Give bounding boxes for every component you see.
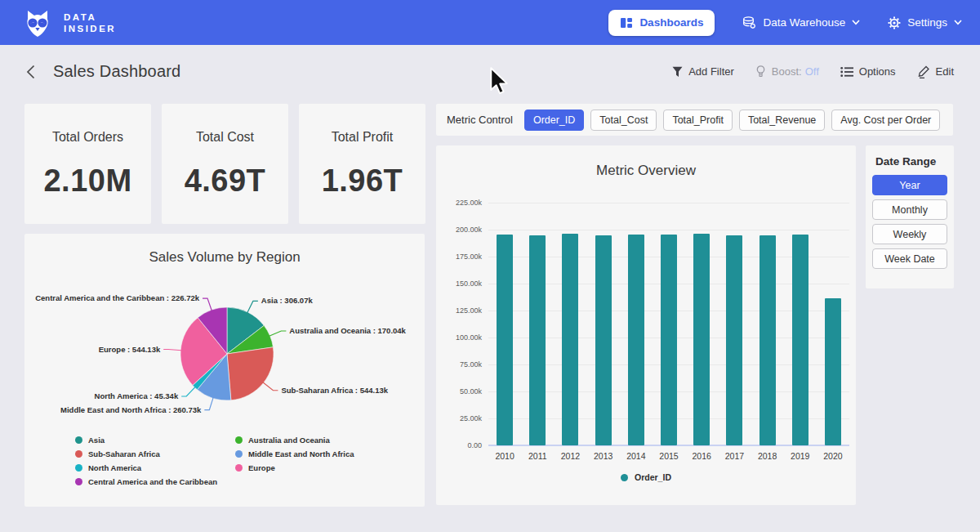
- metric-options: Order_IDTotal_CostTotal_ProfitTotal_Reve…: [524, 110, 940, 131]
- brand-line2: INSIDER: [64, 23, 116, 34]
- x-tick-label: 2017: [718, 451, 751, 461]
- bar-chart-plot: 0.0025.00k50.00k75.00k100.00k125.00k150.…: [488, 203, 849, 445]
- boost-label: Boost:: [772, 65, 802, 78]
- date-range-option-year[interactable]: Year: [872, 175, 947, 195]
- boost-toggle[interactable]: Boost: Off: [755, 65, 819, 78]
- brand-text: DATA INSIDER: [64, 11, 116, 34]
- y-tick-label: 0.00: [439, 441, 482, 449]
- filter-funnel-icon: [672, 66, 683, 78]
- legend-label: Central America and the Caribbean: [88, 477, 217, 486]
- options-label: Options: [859, 65, 896, 78]
- legend-item: Middle East and North Africa: [235, 449, 354, 459]
- top-navbar: DATA INSIDER Dashboards Data Warehouse: [0, 0, 980, 45]
- date-range-option-weekly[interactable]: Weekly: [872, 224, 947, 244]
- pie-label-line: [263, 382, 278, 391]
- nav-settings[interactable]: Settings: [888, 16, 962, 29]
- pie-slice-sub-saharan-africa[interactable]: [227, 347, 274, 400]
- x-tick-label: 2012: [554, 451, 586, 461]
- bar-2017[interactable]: [726, 235, 742, 445]
- nav-data-warehouse-label: Data Warehouse: [763, 16, 845, 29]
- bar-chart-card: Metric Overview 0.0025.00k50.00k75.00k10…: [436, 145, 856, 505]
- edit-button[interactable]: Edit: [917, 65, 954, 78]
- kpi-value: 2.10M: [24, 163, 151, 199]
- y-tick-label: 125.00k: [439, 306, 482, 315]
- legend-dot: [75, 450, 82, 458]
- metric-option-total-cost[interactable]: Total_Cost: [590, 110, 657, 131]
- pie-legend-column: Australia and OceaniaMiddle East and Nor…: [235, 435, 354, 487]
- pie-slice-label: Central America and the Caribbean : 226.…: [35, 293, 200, 302]
- legend-label: Sub-Saharan Africa: [88, 449, 160, 458]
- nav-dashboards-label: Dashboards: [639, 16, 703, 29]
- legend-item: Sub-Saharan Africa: [75, 449, 235, 459]
- metric-option-avg-cost-per-order[interactable]: Avg. Cost per Order: [831, 110, 940, 131]
- y-tick-label: 25.00k: [439, 414, 482, 422]
- pie-slice-label: Sub-Saharan Africa : 544.13k: [281, 386, 388, 395]
- bar-2020[interactable]: [825, 298, 841, 445]
- date-range-option-monthly[interactable]: Monthly: [872, 199, 947, 220]
- add-filter-button[interactable]: Add Filter: [672, 65, 734, 78]
- bar-2018[interactable]: [760, 235, 776, 445]
- chevron-down-icon: [954, 20, 962, 25]
- y-tick-label: 50.00k: [439, 387, 482, 396]
- boost-balloon-icon: [755, 65, 766, 78]
- pie-label-line: [247, 301, 258, 312]
- pie-label-line: [203, 298, 212, 311]
- kpi-value: 4.69T: [162, 163, 288, 199]
- legend-dot: [75, 464, 82, 472]
- database-icon: [742, 16, 756, 29]
- pie-slice-label: North America : 45.34k: [95, 391, 179, 400]
- metric-control-strip: Metric Control Order_IDTotal_CostTotal_P…: [436, 104, 953, 136]
- pie-slice-label: Middle East and North Africa : 260.73k: [60, 405, 202, 414]
- pie-label-line: [181, 387, 195, 396]
- nav-actions: Dashboards Data Warehouse: [608, 10, 962, 36]
- pie-label-line: [204, 397, 213, 409]
- y-tick-label: 100.00k: [439, 333, 482, 342]
- legend-label: Australia and Oceania: [248, 436, 330, 445]
- legend-dot: [75, 436, 82, 444]
- metric-option-total-profit[interactable]: Total_Profit: [663, 110, 733, 131]
- options-button[interactable]: Options: [840, 65, 896, 78]
- metric-option-order-id[interactable]: Order_ID: [524, 110, 584, 131]
- bar-2019[interactable]: [792, 235, 808, 445]
- kpi-card-total-orders: Total Orders 2.10M: [24, 104, 151, 224]
- page-header: Sales Dashboard Add Filter Boost: Off Op: [0, 45, 980, 98]
- x-tick-label: 2018: [751, 451, 784, 461]
- nav-data-warehouse[interactable]: Data Warehouse: [742, 16, 860, 29]
- metric-option-total-revenue[interactable]: Total_Revenue: [739, 110, 825, 131]
- legend-dot: [621, 474, 628, 481]
- y-tick-label: 75.00k: [439, 360, 482, 369]
- owl-logo-icon: [21, 7, 54, 39]
- pie-slice-label: Europe : 544.13k: [99, 345, 161, 354]
- pie-legend-column: AsiaSub-Saharan AfricaNorth AmericaCentr…: [75, 435, 235, 487]
- y-tick-label: 150.00k: [439, 279, 482, 288]
- legend-label: Europe: [248, 463, 275, 472]
- bar-2011[interactable]: [529, 235, 546, 445]
- bar-chart-bars: [488, 203, 849, 445]
- page-title: Sales Dashboard: [53, 62, 180, 81]
- bar-2013[interactable]: [595, 235, 612, 445]
- y-tick-label: 175.00k: [439, 253, 482, 261]
- bar-chart-title: Metric Overview: [436, 163, 856, 179]
- legend-item: Central America and the Caribbean: [75, 476, 235, 487]
- bar-2012[interactable]: [562, 234, 578, 445]
- bar-column: [718, 203, 751, 445]
- date-range-option-week-date[interactable]: Week Date: [872, 248, 947, 269]
- nav-dashboards-button[interactable]: Dashboards: [608, 10, 715, 36]
- edit-label: Edit: [936, 65, 954, 78]
- bar-2016[interactable]: [693, 234, 710, 445]
- back-arrow-icon[interactable]: [26, 65, 35, 79]
- page-header-actions: Add Filter Boost: Off Options Ed: [672, 65, 954, 78]
- page-header-left: Sales Dashboard: [26, 62, 180, 81]
- nav-settings-label: Settings: [907, 16, 947, 29]
- kpi-card-total-cost: Total Cost 4.69T: [162, 104, 288, 224]
- bar-2015[interactable]: [661, 235, 677, 445]
- bar-2014[interactable]: [628, 235, 644, 445]
- bar-column: [817, 203, 849, 445]
- legend-item: Asia: [75, 435, 235, 445]
- gear-icon: [888, 16, 901, 29]
- pie-label-line: [270, 331, 287, 336]
- legend-item: North America: [75, 463, 235, 473]
- x-tick-label: 2014: [620, 451, 653, 461]
- bar-2010[interactable]: [497, 235, 513, 445]
- bar-column: [784, 203, 817, 445]
